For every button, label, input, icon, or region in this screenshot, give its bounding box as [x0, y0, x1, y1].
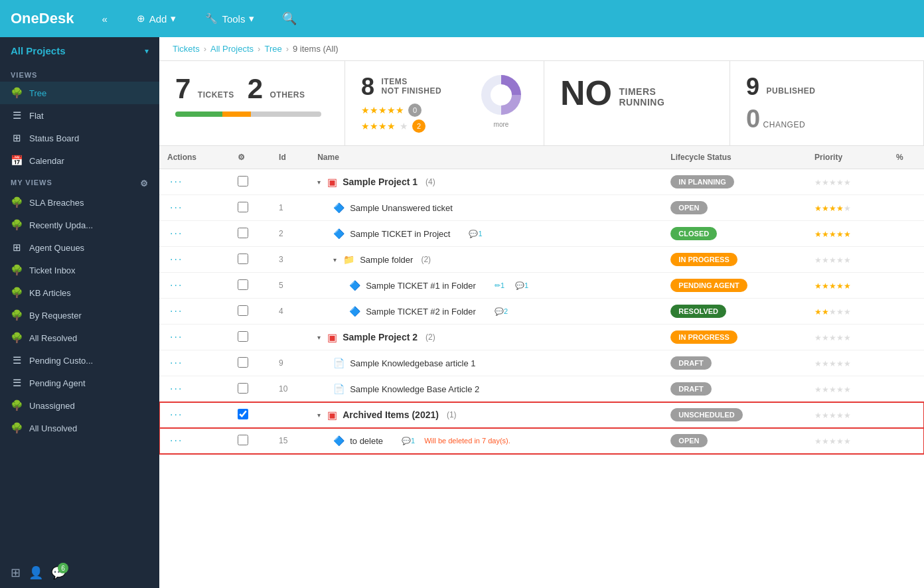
row-checkbox[interactable] — [238, 176, 248, 186]
row-checkbox[interactable] — [238, 383, 248, 394]
sidebar-item-flat[interactable]: ☰ Flat — [0, 104, 159, 127]
row-actions-button[interactable]: ··· — [167, 382, 185, 396]
row-name-text[interactable]: to delete — [350, 436, 383, 446]
row-name-text[interactable]: Sample Project 2 — [343, 332, 418, 342]
row-actions-button[interactable]: ··· — [167, 278, 185, 293]
row-name-text[interactable]: Archived Items (2021) — [343, 409, 439, 420]
breadcrumb-tickets[interactable]: Tickets — [173, 44, 200, 54]
row-checkbox[interactable] — [238, 202, 248, 212]
row-actions-button[interactable]: ··· — [167, 226, 185, 241]
row-actions-button[interactable]: ··· — [167, 356, 185, 370]
breadcrumb-tree[interactable]: Tree — [264, 44, 281, 54]
table-row: ···2🔷Sample TICKET in Project💬1CLOSED★★★… — [159, 221, 924, 247]
row-name-text[interactable]: Sample Project 1 — [343, 177, 418, 187]
comment-icon: 💬2 — [495, 307, 508, 316]
sidebar-item-label: Pending Agent — [29, 378, 86, 388]
row-actions-button[interactable]: ··· — [167, 252, 185, 267]
sidebar-item-tree[interactable]: 🌳 Tree — [0, 82, 159, 104]
sidebar-item-agent-queues[interactable]: ⊞ Agent Queues — [0, 236, 159, 259]
row-name-text[interactable]: Sample folder — [360, 255, 413, 265]
sidebar-item-sla-breaches[interactable]: 🌳 SLA Breaches — [0, 191, 159, 214]
sidebar-item-pending-agent[interactable]: ☰ Pending Agent — [0, 372, 159, 394]
row-name-text[interactable]: Sample TICKET in Project — [350, 229, 450, 239]
tools-button[interactable]: 🔧 Tools ▾ — [198, 9, 261, 29]
views-section-label: VIEWS — [0, 64, 159, 82]
sidebar-item-calendar[interactable]: 📅 Calendar — [0, 149, 159, 172]
pie-more-label[interactable]: more — [478, 121, 524, 128]
bottom-grid-icon[interactable]: ⊞ — [11, 565, 21, 580]
row-checkbox[interactable] — [238, 331, 248, 342]
row-checkbox[interactable] — [238, 409, 248, 419]
row-checkbox[interactable] — [238, 435, 248, 445]
collapse-icon[interactable]: ▾ — [317, 334, 321, 341]
row-actions-button[interactable]: ··· — [167, 407, 185, 422]
row-actions-button[interactable]: ··· — [167, 433, 185, 448]
col-settings[interactable]: ⚙ — [230, 146, 271, 169]
collapse-icon[interactable]: ▾ — [317, 179, 321, 186]
row-name-text[interactable]: Sample Knowledge Base Article 2 — [350, 384, 479, 394]
row-actions-button[interactable]: ··· — [167, 200, 185, 215]
sidebar-item-label: KB Articles — [29, 288, 71, 298]
search-icon[interactable]: 🔍 — [282, 11, 297, 26]
stats-row: 7 TICKETS 2 OTHERS — [159, 61, 924, 146]
sidebar-item-pending-custo[interactable]: ☰ Pending Custo... — [0, 349, 159, 372]
row-name-text[interactable]: Sample TICKET #1 in Folder — [366, 281, 476, 291]
bottom-user-icon[interactable]: 👤 — [29, 565, 43, 580]
status-badge[interactable]: PENDING AGENT — [670, 279, 747, 292]
status-badge[interactable]: DRAFT — [670, 382, 711, 396]
status-badge[interactable]: CLOSED — [670, 227, 717, 240]
bottom-chat-icon[interactable]: 💬 6 — [51, 565, 66, 580]
row-name-text[interactable]: Sample Unanswered ticket — [350, 203, 453, 213]
ticket-icon: 🔷 — [333, 435, 345, 446]
unassigned-icon: 🌳 — [11, 400, 23, 411]
row-actions-button[interactable]: ··· — [167, 330, 185, 344]
status-badge[interactable]: IN PROGRESS — [670, 253, 737, 266]
row-checkbox[interactable] — [238, 279, 248, 290]
row-name-text[interactable]: Sample Knowledgebase article 1 — [350, 358, 475, 368]
status-badge[interactable]: OPEN — [670, 201, 707, 214]
sidebar-item-status-board[interactable]: ⊞ Status Board — [0, 127, 159, 149]
sidebar-item-unassigned[interactable]: 🌳 Unassigned — [0, 394, 159, 417]
add-chevron-icon: ▾ — [171, 13, 176, 25]
row-priority: ★★★★★ — [807, 299, 888, 325]
sidebar-item-all-unsolved[interactable]: 🌳 All Unsolved — [0, 417, 159, 439]
sidebar-item-recently-updated[interactable]: 🌳 Recently Upda... — [0, 214, 159, 236]
collapse-button[interactable]: « — [95, 9, 114, 29]
row-id: 5 — [271, 273, 309, 299]
sidebar-item-by-requester[interactable]: 🌳 By Requester — [0, 304, 159, 327]
add-button[interactable]: ⊕ Add ▾ — [130, 9, 183, 29]
sidebar-item-kb-articles[interactable]: 🌳 KB Articles — [0, 281, 159, 304]
comment-icon: 💬1 — [402, 437, 415, 445]
progress-bar — [175, 111, 321, 117]
stat-card-items: 8 ITEMS NOT FINISHED ★★★★★ 0 ★★★★★ — [345, 61, 544, 145]
tickets-label: TICKETS — [198, 90, 234, 100]
status-badge[interactable]: OPEN — [670, 434, 707, 447]
row-checkbox[interactable] — [238, 254, 248, 264]
table-row: ···9📄Sample Knowledgebase article 1DRAFT… — [159, 350, 924, 376]
row-name-text[interactable]: Sample TICKET #2 in Folder — [366, 307, 476, 317]
collapse-icon[interactable]: ▾ — [317, 411, 321, 419]
all-projects-label[interactable]: All Projects — [11, 45, 66, 56]
sidebar-chevron-icon[interactable]: ▾ — [145, 46, 149, 56]
row-checkbox[interactable] — [238, 305, 248, 316]
my-views-settings-icon[interactable]: ⚙ — [140, 179, 149, 188]
row-checkbox[interactable] — [238, 228, 248, 238]
status-badge[interactable]: IN PROGRESS — [670, 331, 737, 344]
breadcrumb-all-projects[interactable]: All Projects — [210, 44, 254, 54]
ticket-icon: 🔷 — [333, 202, 345, 213]
status-badge[interactable]: IN PLANNING — [670, 175, 734, 188]
collapse-icon[interactable]: ▾ — [333, 256, 337, 263]
breadcrumb-sep-3: › — [286, 44, 289, 54]
status-badge[interactable]: RESOLVED — [670, 305, 726, 318]
sidebar-item-all-resolved[interactable]: 🌳 All Resolved — [0, 327, 159, 349]
status-badge[interactable]: UNSCHEDULED — [670, 408, 742, 421]
row-count: (1) — [447, 410, 457, 419]
row-actions-button[interactable]: ··· — [167, 175, 185, 189]
sidebar-item-ticket-inbox[interactable]: 🌳 Ticket Inbox — [0, 259, 159, 281]
row-checkbox[interactable] — [238, 357, 248, 368]
project-icon: ▣ — [327, 409, 337, 421]
row-actions-button[interactable]: ··· — [167, 304, 185, 319]
status-badge[interactable]: DRAFT — [670, 356, 711, 370]
row-priority: ★★★★★ — [807, 402, 888, 428]
table-header-row: Actions ⚙ Id Name Lifecycle Status — [159, 146, 924, 169]
